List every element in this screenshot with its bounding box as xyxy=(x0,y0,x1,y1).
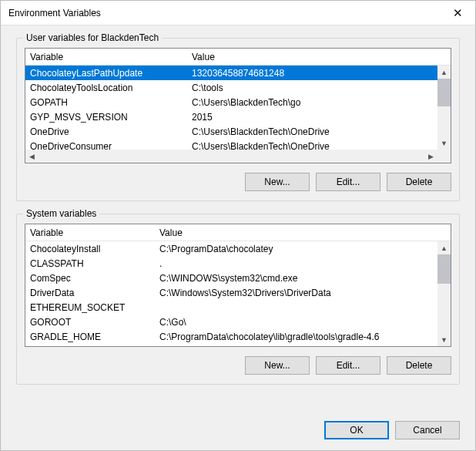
vertical-scrollbar[interactable]: ▲ ▼ xyxy=(437,241,451,346)
cell-variable: CLASSPATH xyxy=(25,258,155,269)
window-title: Environment Variables xyxy=(1,8,441,19)
user-edit-button[interactable]: Edit... xyxy=(316,173,380,191)
cell-value: C:\WINDOWS\system32\cmd.exe xyxy=(155,273,434,284)
table-row[interactable]: ChocolateyToolsLocationC:\tools xyxy=(25,80,437,95)
cell-value: C:\Windows\System32\Drivers\DriverData xyxy=(155,288,434,298)
table-row[interactable]: ComSpecC:\WINDOWS\system32\cmd.exe xyxy=(25,271,437,285)
table-row[interactable]: CLASSPATH. xyxy=(25,256,437,271)
system-edit-button[interactable]: Edit... xyxy=(316,356,380,375)
system-new-button[interactable]: New... xyxy=(245,356,310,375)
user-delete-button[interactable]: Delete xyxy=(387,173,451,191)
cell-variable: DriverData xyxy=(25,288,155,298)
cell-value: 132036458874681248 xyxy=(187,68,434,79)
table-row[interactable]: OneDriveC:\Users\BlackdenTech\OneDrive xyxy=(25,124,437,139)
cell-variable: GYP_MSVS_VERSION xyxy=(25,112,187,123)
column-header-value[interactable]: Value xyxy=(155,227,434,238)
user-list-header: Variable Value xyxy=(25,49,451,66)
table-row[interactable]: DriverDataC:\Windows\System32\Drivers\Dr… xyxy=(25,285,437,300)
user-list-body: ChocolateyLastPathUpdate1320364588746812… xyxy=(25,66,451,163)
cell-variable: ChocolateyToolsLocation xyxy=(25,82,187,93)
cell-variable: GRADLE_HOME xyxy=(25,332,155,342)
table-row[interactable]: ChocolateyInstallC:\ProgramData\chocolat… xyxy=(25,241,437,256)
cell-value: C:\Go\ xyxy=(155,317,434,328)
dialog-buttons: OK Cancel xyxy=(16,421,460,439)
cell-value: C:\Users\BlackdenTech\go xyxy=(187,97,434,108)
table-row[interactable]: GRADLE_HOMEC:\ProgramData\chocolatey\lib… xyxy=(25,329,437,344)
scroll-up-icon[interactable]: ▲ xyxy=(437,241,451,254)
scroll-right-icon[interactable]: ▶ xyxy=(424,150,437,163)
dialog-content: User variables for BlackdenTech Variable… xyxy=(1,25,475,450)
cell-variable: GOPATH xyxy=(25,97,187,108)
cell-value: 2015 xyxy=(187,112,434,123)
scroll-down-icon[interactable]: ▼ xyxy=(437,333,451,346)
column-header-variable[interactable]: Variable xyxy=(25,227,155,238)
user-buttons: New... Edit... Delete xyxy=(25,173,451,191)
user-variables-list[interactable]: Variable Value ChocolateyLastPathUpdate1… xyxy=(25,48,451,163)
table-row[interactable]: GYP_MSVS_VERSION2015 xyxy=(25,109,437,124)
cell-variable: ChocolateyLastPathUpdate xyxy=(25,68,187,79)
ok-button[interactable]: OK xyxy=(324,421,389,439)
column-header-variable[interactable]: Variable xyxy=(25,52,187,62)
system-list-body: ChocolateyInstallC:\ProgramData\chocolat… xyxy=(25,241,451,346)
cell-variable: ChocolateyInstall xyxy=(25,244,155,254)
system-variables-list[interactable]: Variable Value ChocolateyInstallC:\Progr… xyxy=(25,224,451,347)
user-new-button[interactable]: New... xyxy=(245,173,310,191)
environment-variables-dialog: Environment Variables ✕ User variables f… xyxy=(0,0,476,451)
cell-value: C:\ProgramData\chocolatey\lib\gradle\too… xyxy=(155,332,434,342)
cell-value: C:\tools xyxy=(187,82,434,93)
system-buttons: New... Edit... Delete xyxy=(25,356,451,375)
cancel-button[interactable]: Cancel xyxy=(395,421,460,439)
titlebar: Environment Variables ✕ xyxy=(1,1,475,25)
scroll-up-icon[interactable]: ▲ xyxy=(437,66,451,79)
system-variables-group: System variables Variable Value Chocolat… xyxy=(16,214,460,385)
cell-variable: GOROOT xyxy=(25,317,155,328)
column-header-value[interactable]: Value xyxy=(187,52,434,62)
cell-variable: ETHEREUM_SOCKET xyxy=(25,302,155,313)
vertical-scrollbar[interactable]: ▲ ▼ xyxy=(437,66,451,150)
cell-value: C:\ProgramData\chocolatey xyxy=(155,244,434,254)
table-row[interactable]: GOPATHC:\Users\BlackdenTech\go xyxy=(25,95,437,109)
cell-value: . xyxy=(155,258,434,269)
scroll-left-icon[interactable]: ◀ xyxy=(25,150,39,163)
cell-value: C:\Users\BlackdenTech\OneDrive xyxy=(187,126,434,137)
user-variables-group: User variables for BlackdenTech Variable… xyxy=(16,38,460,201)
table-row[interactable]: GOROOTC:\Go\ xyxy=(25,315,437,329)
horizontal-scrollbar[interactable]: ◀ ▶ xyxy=(25,150,437,163)
system-list-header: Variable Value xyxy=(25,224,451,241)
user-variables-legend: User variables for BlackdenTech xyxy=(23,32,162,43)
table-row[interactable]: ETHEREUM_SOCKET xyxy=(25,300,437,315)
system-variables-legend: System variables xyxy=(23,208,99,219)
table-row[interactable]: ChocolateyLastPathUpdate1320364588746812… xyxy=(25,66,437,80)
system-delete-button[interactable]: Delete xyxy=(387,356,451,375)
scroll-down-icon[interactable]: ▼ xyxy=(437,136,451,150)
cell-variable: ComSpec xyxy=(25,273,155,284)
close-icon[interactable]: ✕ xyxy=(441,1,475,25)
cell-variable: OneDrive xyxy=(25,126,187,137)
